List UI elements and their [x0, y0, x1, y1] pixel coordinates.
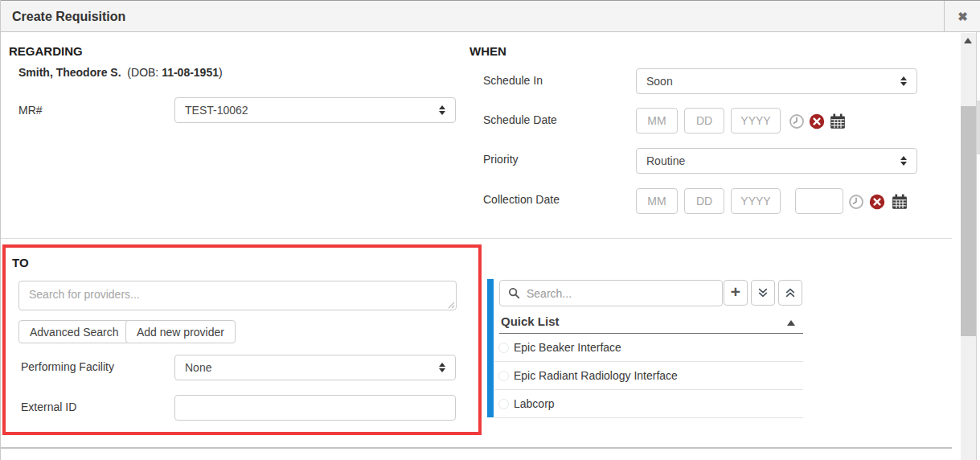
quick-list-item[interactable]: Epic Beaker Interface [494, 334, 803, 362]
quick-list-item[interactable]: Labcorp [494, 390, 803, 418]
collection-date-calendar-icon[interactable] [892, 194, 908, 210]
quick-list-accent-bar [487, 279, 494, 417]
advanced-search-button[interactable]: Advanced Search [18, 320, 130, 343]
provider-search-input[interactable] [18, 281, 457, 310]
select-arrows-icon [900, 156, 907, 166]
quick-list-item[interactable]: Epic Radiant Radiology Interface [494, 362, 803, 390]
radio-circle-icon [498, 343, 509, 353]
select-arrows-icon [439, 363, 445, 372]
schedule-date-clock-icon[interactable] [789, 113, 805, 129]
dialog-titlebar: Create Requisition ✖ [1, 0, 980, 32]
double-chevron-down-icon [757, 287, 769, 298]
collection-time-input[interactable] [795, 188, 843, 214]
quick-list-search-input[interactable] [527, 287, 714, 300]
priority-value: Routine [646, 154, 900, 167]
collapse-triangle-icon[interactable] [787, 320, 795, 326]
priority-label: Priority [483, 153, 519, 166]
collection-date-clock-icon[interactable] [848, 194, 864, 210]
schedule-date-yyyy-input[interactable] [731, 108, 781, 133]
priority-select[interactable]: Routine [636, 148, 917, 174]
external-id-label: External ID [21, 400, 76, 413]
collection-date-yyyy-input[interactable] [731, 188, 781, 214]
quick-list-search-box [499, 280, 723, 306]
quick-list-item-label: Epic Beaker Interface [514, 341, 621, 354]
quick-list-item-label: Epic Radiant Radiology Interface [514, 369, 678, 382]
mr-select[interactable]: TEST-10062 [174, 97, 456, 123]
collapse-all-button[interactable] [778, 280, 802, 306]
schedule-in-select[interactable]: Soon [636, 68, 917, 94]
window-edge-patch [977, 101, 980, 154]
add-button[interactable]: + [724, 280, 748, 306]
mr-label: MR# [18, 104, 43, 117]
patient-summary: Smith, Theodore S. (DOB: 11-08-1951) [18, 66, 223, 79]
expand-all-button[interactable] [751, 280, 775, 306]
add-new-provider-button[interactable]: Add new provider [125, 320, 236, 343]
dob-suffix: ) [219, 66, 223, 79]
quick-list-heading: Quick List [501, 314, 560, 328]
schedule-date-mm-input[interactable] [636, 108, 678, 133]
radio-circle-icon [498, 399, 509, 409]
select-arrows-icon [900, 76, 907, 86]
close-icon: ✖ [957, 10, 968, 24]
collection-date-dd-input[interactable] [684, 188, 724, 214]
dialog-title: Create Requisition [12, 1, 125, 32]
collection-date-label: Collection Date [483, 193, 560, 206]
radio-circle-icon [498, 371, 509, 381]
to-heading: TO [12, 256, 29, 269]
schedule-in-value: Soon [646, 75, 900, 88]
external-id-input[interactable] [174, 395, 456, 421]
double-chevron-up-icon [785, 287, 796, 298]
section-divider [1, 238, 952, 239]
when-heading: WHEN [469, 44, 506, 58]
mr-select-value: TEST-10062 [185, 104, 439, 117]
dob-prefix: (DOB: [121, 66, 162, 79]
regarding-heading: REGARDING [9, 44, 83, 58]
performing-facility-value: None [185, 361, 439, 374]
schedule-date-clear-icon[interactable] [809, 113, 825, 129]
bottom-section-divider [1, 447, 952, 449]
collection-date-mm-input[interactable] [636, 188, 678, 214]
quick-list-item-label: Labcorp [514, 397, 555, 410]
schedule-date-label: Schedule Date [483, 113, 557, 126]
collection-date-clear-icon[interactable] [869, 194, 885, 210]
patient-name: Smith, Theodore S. [18, 66, 121, 79]
scrollbar-thumb[interactable] [961, 106, 976, 336]
performing-facility-select[interactable]: None [174, 355, 456, 380]
schedule-date-calendar-icon[interactable] [830, 113, 846, 129]
search-icon [508, 287, 520, 299]
close-button[interactable]: ✖ [944, 1, 980, 32]
window-edge [976, 32, 980, 460]
scroll-up-arrow-icon[interactable] [964, 38, 972, 43]
schedule-date-dd-input[interactable] [684, 108, 724, 133]
performing-facility-label: Performing Facility [21, 360, 114, 373]
schedule-in-label: Schedule In [483, 74, 543, 87]
create-requisition-dialog: Create Requisition ✖ REGARDING Smith, Th… [0, 0, 980, 460]
dob-value: 11-08-1951 [162, 66, 219, 79]
select-arrows-icon [439, 105, 445, 115]
